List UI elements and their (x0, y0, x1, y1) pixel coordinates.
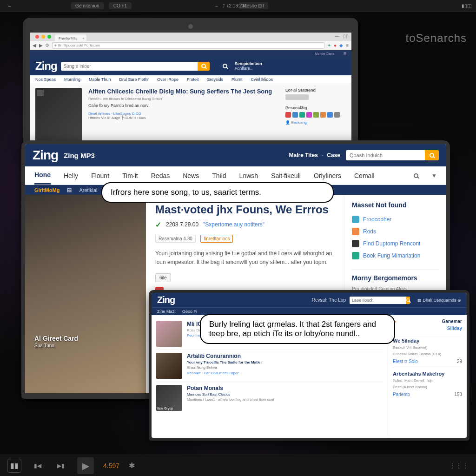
side-link[interactable]: Pariento (393, 392, 410, 397)
article-title[interactable]: Aiften Chilcesic Chrellle Disig Mlo: Sun… (88, 88, 279, 95)
header-link-2[interactable]: Fonffare.. (235, 66, 262, 71)
nav-tab[interactable]: Oriyliners (314, 167, 341, 184)
social-icon[interactable] (299, 112, 305, 118)
sidebar-user[interactable]: 👤 Iheralengr (285, 120, 346, 125)
bookmark-icon[interactable]: ▤ (344, 52, 347, 55)
header-link-1[interactable]: Senipiebetion (235, 61, 262, 66)
window-maximize-icon[interactable]: ▯▯ (343, 33, 349, 39)
flame-icon (352, 228, 359, 235)
pause-button[interactable]: ▮▮ (7, 459, 21, 473)
nav-item[interactable]: Over IRope (157, 77, 178, 82)
back-icon[interactable]: ← (5, 2, 15, 9)
nav-back-icon[interactable]: ◀ (33, 43, 36, 48)
section-title: Zing MP3 (64, 152, 95, 159)
nav-tab[interactable]: Lnwsh (239, 167, 258, 184)
nav-tab[interactable]: News (183, 167, 199, 184)
nav-forward-icon[interactable]: ▶ (39, 43, 43, 48)
social-icon[interactable] (285, 112, 291, 118)
subnav-item[interactable]: Zine Ma3: (157, 309, 176, 314)
chevron-down-icon[interactable]: ▼ (431, 172, 437, 179)
nav-tab[interactable]: Sait·fikeull (271, 167, 301, 184)
article-thumbnail[interactable] (35, 88, 82, 148)
ext-icon-1[interactable]: ✦ (327, 43, 331, 48)
item-sub: Marrices Sorl East Clocics (187, 392, 383, 397)
nav-item[interactable]: Nos Speas (35, 77, 56, 82)
nav-tab[interactable]: Redas (151, 167, 170, 184)
nav-item[interactable]: Drul Sare Flethr (119, 77, 149, 82)
social-icon[interactable] (313, 112, 319, 118)
nav-tab-home[interactable]: Hone (34, 166, 51, 185)
zing-logo[interactable]: Zing (157, 295, 175, 305)
nav-tab[interactable]: Comall (354, 167, 375, 184)
nav-item[interactable]: Sreysids (207, 77, 223, 82)
sidebar-item[interactable]: Froocopher (352, 213, 439, 225)
header-link[interactable]: Malre Tites (289, 152, 317, 159)
search-button[interactable] (406, 297, 410, 304)
subnav-item[interactable]: Geoo Fi (182, 309, 197, 314)
grid-icon[interactable]: ⋮⋮⋮ (449, 462, 469, 469)
ext-icon-3[interactable]: ◆ (339, 43, 343, 48)
article-source: Rretāfh- Ine Ilboors le DIesserat isung … (88, 97, 279, 101)
action-button-1[interactable]: 6ile (155, 273, 171, 282)
nav-tab[interactable]: Flount (91, 167, 109, 184)
nav-item[interactable]: Cvinl lklioos (251, 77, 273, 82)
search-input[interactable] (346, 150, 425, 160)
sidebar-badge (285, 94, 309, 100)
nav-tab[interactable]: Thild (212, 167, 226, 184)
search-button[interactable] (425, 150, 439, 160)
side-row[interactable]: Ganemar (442, 319, 462, 324)
speech-bubble-1: Irfrors here sone song, to us, saarict t… (101, 182, 334, 203)
zing-header: Zing Senipiebetion Fonffare.. (30, 57, 351, 75)
header-link[interactable]: Revsah The Lop (312, 298, 346, 303)
zing-search-3 (350, 297, 410, 304)
browser-tab[interactable]: FranterMlls× (55, 34, 86, 41)
play-button[interactable]: ▶ (77, 457, 94, 474)
social-icon[interactable] (320, 112, 326, 118)
score-value: 2208 7.29.00 (166, 221, 198, 228)
sidebar-item[interactable]: Find Duptomp Rencont (352, 238, 439, 250)
social-icon[interactable] (306, 112, 312, 118)
zing-logo[interactable]: Zing (33, 148, 58, 163)
social-icon[interactable] (334, 112, 340, 118)
zing-logo[interactable]: Zing (35, 60, 57, 73)
window-minimize-icon[interactable]: — (335, 33, 339, 39)
item-tags: Mantines I Loes1 · afhels boofing and bi… (187, 397, 383, 402)
window-traffic-lights[interactable] (32, 33, 55, 41)
gear-icon[interactable]: ✱ (129, 461, 135, 470)
item-thumb: Ilate Gryop (156, 385, 182, 411)
side-row[interactable]: Siliday (447, 326, 462, 331)
list-item[interactable]: Ilate Gryop Potan Monals Marrices Sorl E… (156, 382, 383, 414)
search-input[interactable] (350, 297, 406, 304)
nav-item[interactable]: Mable Thun (89, 77, 111, 82)
sidebar-item[interactable]: Rods (352, 225, 439, 238)
social-icon[interactable] (327, 112, 333, 118)
search-button[interactable] (198, 62, 210, 71)
header-ext-icons[interactable]: ▦ Dhsk Cenquarnds ⊕ (417, 298, 461, 303)
nav-item[interactable]: Momllrrg (64, 77, 80, 82)
side-link[interactable]: Elest tr Solo (393, 359, 418, 364)
nav-tab[interactable]: Helly (64, 167, 78, 184)
nav-item[interactable]: Plurnt (231, 77, 243, 82)
subnav-item[interactable]: Aretikial (79, 187, 97, 193)
subnav-item-gold[interactable]: GirltMoMg (34, 187, 60, 193)
nav-tab[interactable]: Tim·it (122, 167, 138, 184)
sidebar-item[interactable]: Book Fung Mimariation (352, 250, 439, 262)
laptop-1-frame: FranterMlls× —▯▯ ◀ ▶ ⟳ ⎈ Ilin Ilipucenso… (23, 18, 358, 153)
next-button[interactable]: ▶▮ (54, 459, 68, 473)
social-icon[interactable] (292, 112, 298, 118)
search-input[interactable] (61, 62, 198, 71)
list-item[interactable]: Artalib Conurannion Your vny Truocills T… (156, 350, 383, 382)
nav-item[interactable]: Froteit (187, 77, 199, 82)
address-bar[interactable]: ⎈ Ilin Ilipucensold Forfecam (52, 42, 324, 49)
nav-reload-icon[interactable]: ⟳ (46, 43, 49, 48)
score-link[interactable]: "Sxpertome auy notiters" (203, 221, 264, 228)
prev-button[interactable]: ▮◀ (31, 459, 45, 473)
search-icon[interactable] (223, 64, 227, 68)
side-heading: We 5ilnday (393, 335, 462, 344)
ext-icon-2[interactable]: ● (334, 43, 337, 48)
menu-icon[interactable]: ≡ (346, 43, 349, 48)
social-icons (285, 112, 346, 118)
nav-search-icon[interactable] (414, 173, 418, 178)
tab-close-icon[interactable]: × (82, 36, 85, 40)
header-link[interactable]: Case (327, 152, 340, 159)
